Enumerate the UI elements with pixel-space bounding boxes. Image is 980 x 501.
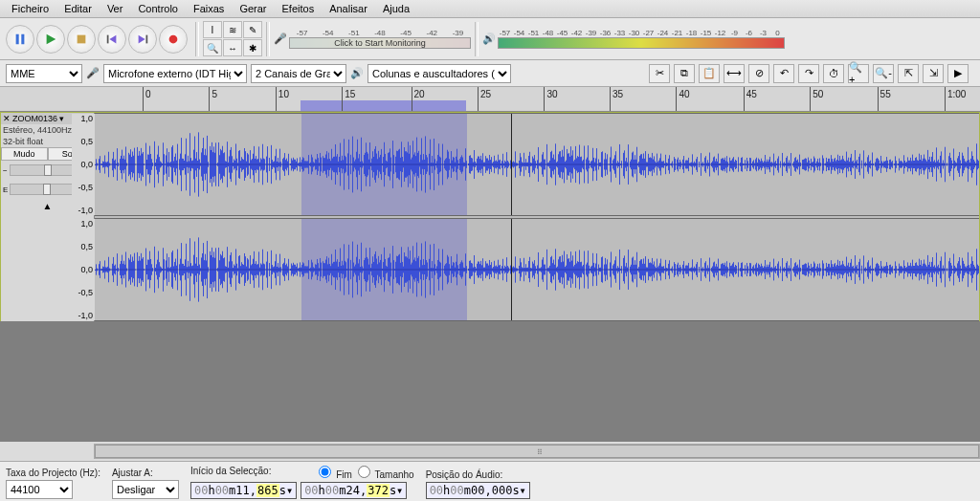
menu-ver[interactable]: Ver xyxy=(100,1,131,16)
selection-end-time[interactable]: 00 h 00 m 24,372 s▾ xyxy=(301,482,407,499)
undo-button[interactable]: ↶ xyxy=(773,64,794,83)
track-name[interactable]: ZOOM0136 xyxy=(12,114,57,123)
mic-device-icon: 🎤 xyxy=(86,67,100,79)
zoom-out-button[interactable]: 🔍- xyxy=(873,64,894,83)
pan-slider[interactable] xyxy=(10,184,84,195)
gain-slider[interactable] xyxy=(10,164,86,176)
audio-position-time[interactable]: 00 h 00 m 00,000 s▾ xyxy=(426,482,530,499)
fit-selection-button[interactable]: ⇱ xyxy=(898,64,919,83)
selection-start-label: Início da Selecção: xyxy=(190,466,272,480)
track-control-panel[interactable]: ✕ ZOOM0136 ▾ Estéreo, 44100Hz 32-bit flo… xyxy=(1,113,95,321)
copy-button[interactable]: ⧉ xyxy=(674,64,695,83)
svg-marker-2 xyxy=(47,33,56,44)
menu-ajuda[interactable]: Ajuda xyxy=(375,1,417,16)
track-collapse-button[interactable]: ▲ xyxy=(1,199,94,213)
selection-start-time[interactable]: 00 h 00 m 11,865 s▾ xyxy=(190,482,297,499)
track-menu-icon[interactable]: ▾ xyxy=(59,114,64,123)
play-at-speed-button[interactable]: ▶ xyxy=(947,64,969,83)
cut-button[interactable]: ✂ xyxy=(649,64,670,83)
playback-meter[interactable]: 🔊 -57-54-51-48-45-42-39-36-33-30-27-24-2… xyxy=(482,29,785,49)
trim-button[interactable]: ⟷ xyxy=(724,64,745,83)
device-toolbar: MME 🎤 Microfone externo (IDT High D 2 Ca… xyxy=(0,60,980,87)
menu-ficheiro[interactable]: Ficheiro xyxy=(4,1,56,16)
multi-tool[interactable]: ✱ xyxy=(243,39,262,56)
timeshift-tool[interactable]: ↔ xyxy=(223,39,242,56)
recording-meter[interactable]: 🎤 -57-54-51-48-45-42-39 Click to Start M… xyxy=(274,29,471,49)
silence-button[interactable]: ⊘ xyxy=(748,64,769,83)
menu-gerar[interactable]: Gerar xyxy=(232,1,274,16)
waveform-display[interactable]: 1,00,50,0-0,5-1,0 1,00,50,0-0,5-1,0 xyxy=(95,113,979,321)
toolbar-main: I ≋ ✎ 🔍 ↔ ✱ 🎤 -57-54-51-48-45-42-39 Clic… xyxy=(0,18,980,60)
tool-palette: I ≋ ✎ 🔍 ↔ ✱ xyxy=(203,21,262,56)
selection-toolbar: Taxa do Projecto (Hz): 44100 Ajustar A: … xyxy=(0,461,980,501)
input-device-select[interactable]: Microfone externo (IDT High D xyxy=(103,64,247,83)
menu-analisar[interactable]: Analisar xyxy=(322,1,375,16)
pause-button[interactable] xyxy=(6,25,34,54)
record-button[interactable] xyxy=(159,25,188,54)
solo-button[interactable]: Solo xyxy=(48,147,95,161)
track-close-icon[interactable]: ✕ xyxy=(3,114,11,123)
input-channels-select[interactable]: 2 Canais de Grava xyxy=(251,64,346,83)
skip-start-button[interactable] xyxy=(98,25,126,54)
svg-rect-7 xyxy=(146,34,148,43)
play-button[interactable] xyxy=(36,25,65,54)
svg-point-8 xyxy=(169,34,178,43)
svg-marker-5 xyxy=(109,34,116,43)
draw-tool[interactable]: ✎ xyxy=(243,21,262,38)
svg-marker-6 xyxy=(139,34,145,43)
menu-editar[interactable]: Editar xyxy=(56,1,100,16)
project-rate-select[interactable]: 44100 xyxy=(6,480,73,499)
skip-end-button[interactable] xyxy=(128,25,157,54)
timeline-ruler[interactable]: -505101520253035404550551:001:051:10 xyxy=(0,87,980,112)
horizontal-scrollbar[interactable]: ⠿ xyxy=(94,444,980,459)
empty-track-space xyxy=(0,321,980,442)
length-radio[interactable]: Tamanho xyxy=(358,466,414,480)
fit-project-button[interactable]: ⇲ xyxy=(923,64,944,83)
stop-button[interactable] xyxy=(67,25,96,54)
menu-efeitos[interactable]: Efeitos xyxy=(275,1,323,16)
output-device-select[interactable]: Colunas e auscultadores (IDT xyxy=(368,64,511,83)
zoom-in-button[interactable]: 🔍+ xyxy=(848,64,869,83)
envelope-tool[interactable]: ≋ xyxy=(223,21,242,38)
svg-rect-1 xyxy=(21,33,24,44)
speaker-device-icon: 🔊 xyxy=(350,67,364,79)
menu-bar: Ficheiro Editar Ver Controlo Faixas Gera… xyxy=(0,0,980,18)
mic-icon: 🎤 xyxy=(274,33,287,45)
selection-tool[interactable]: I xyxy=(203,21,222,38)
edit-tools: ✂ ⧉ 📋 ⟷ ⊘ ↶ ↷ ⏱ 🔍+ 🔍- ⇱ ⇲ ▶ xyxy=(643,64,974,83)
svg-rect-4 xyxy=(107,34,109,43)
snap-select[interactable]: Desligar xyxy=(112,480,179,499)
mute-button[interactable]: Mudo xyxy=(1,147,48,161)
menu-controlo[interactable]: Controlo xyxy=(130,1,186,16)
tracks-area: ✕ ZOOM0136 ▾ Estéreo, 44100Hz 32-bit flo… xyxy=(0,112,980,322)
end-radio[interactable]: Fim xyxy=(319,466,351,480)
audio-position-label: Posição do Áudio: xyxy=(426,469,530,480)
snap-label: Ajustar A: xyxy=(112,468,179,478)
paste-button[interactable]: 📋 xyxy=(699,64,720,83)
track-format-info: Estéreo, 44100Hz xyxy=(1,124,94,136)
project-rate-label: Taxa do Projecto (Hz): xyxy=(6,468,100,478)
transport-controls xyxy=(2,25,191,54)
sync-lock-button[interactable]: ⏱ xyxy=(823,64,844,83)
zoom-tool[interactable]: 🔍 xyxy=(203,39,222,56)
svg-rect-0 xyxy=(16,33,19,44)
audio-host-select[interactable]: MME xyxy=(6,64,82,83)
menu-faixas[interactable]: Faixas xyxy=(186,1,232,16)
redo-button[interactable]: ↷ xyxy=(798,64,819,83)
speaker-icon: 🔊 xyxy=(482,33,496,45)
svg-rect-3 xyxy=(78,34,86,43)
monitoring-hint[interactable]: Click to Start Monitoring xyxy=(290,38,470,48)
track-bitdepth-info: 32-bit float xyxy=(1,136,94,147)
